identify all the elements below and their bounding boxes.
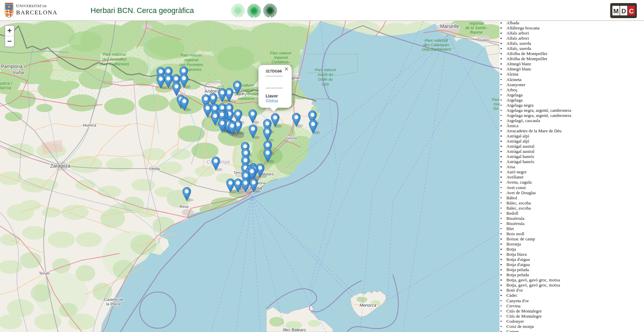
svg-text:des Calanques: des Calanques xyxy=(423,43,450,47)
svg-text:C: C xyxy=(629,8,634,15)
svg-text:Parc naturel: Parc naturel xyxy=(315,68,336,72)
svg-text:Illes Balears: Illes Balears xyxy=(283,328,306,332)
svg-text:Castelló de: Castelló de xyxy=(104,297,124,302)
svg-text:Girona: Girona xyxy=(285,136,297,140)
svg-text:Parc national: Parc national xyxy=(425,38,448,42)
svg-text:mar: mar xyxy=(493,102,500,106)
svg-text:de la Sainte-: de la Sainte- xyxy=(465,26,488,30)
svg-text:régional: régional xyxy=(470,21,484,25)
svg-text:Go: Go xyxy=(493,106,499,110)
svg-text:Teruel: Teruel xyxy=(39,271,50,275)
svg-text:régional: régional xyxy=(274,55,288,59)
svg-text:Marseille: Marseille xyxy=(440,24,459,29)
svg-text:Huesca: Huesca xyxy=(83,123,97,127)
svg-text:des Pyrénées: des Pyrénées xyxy=(179,63,204,67)
svg-text:catalanes: catalanes xyxy=(238,96,255,101)
svg-text:Corbières-: Corbières- xyxy=(271,60,290,64)
svg-text:des Pyrénées: des Pyrénées xyxy=(102,57,127,61)
svg-text:Iruña: Iruña xyxy=(13,70,24,75)
svg-text:régional: régional xyxy=(184,58,198,62)
svg-text:(aire d'adhésion): (aire d'adhésion) xyxy=(422,47,451,51)
svg-text:Parc: Parc xyxy=(492,97,500,102)
svg-text:Parc naturel: Parc naturel xyxy=(270,51,291,55)
svg-text:Baume: Baume xyxy=(470,30,482,34)
svg-text:Pamplona /: Pamplona / xyxy=(1,64,25,69)
svg-text:D: D xyxy=(621,8,626,15)
svg-text:la Plana: la Plana xyxy=(106,302,121,306)
svg-text:M: M xyxy=(613,8,619,15)
svg-text:régional: régional xyxy=(240,88,254,92)
svg-text:Menorca: Menorca xyxy=(360,303,376,308)
svg-text:Lion: Lion xyxy=(322,82,329,86)
svg-text:Reus: Reus xyxy=(180,204,189,209)
svg-text:Parc national: Parc national xyxy=(103,52,126,56)
svg-text:varra /: varra / xyxy=(0,81,13,86)
svg-text:Parc naturel: Parc naturel xyxy=(181,53,202,57)
svg-text:Lleida: Lleida xyxy=(149,167,160,171)
svg-text:marin du: marin du xyxy=(318,72,333,77)
svg-text:farroa: farroa xyxy=(0,85,11,90)
svg-text:(Aire d'adhésion): (Aire d'adhésion) xyxy=(100,62,129,66)
svg-text:Zaragoza: Zaragoza xyxy=(50,163,70,169)
svg-text:Golfe du: Golfe du xyxy=(318,77,333,81)
svg-text:Toulon: Toulon xyxy=(477,38,489,42)
